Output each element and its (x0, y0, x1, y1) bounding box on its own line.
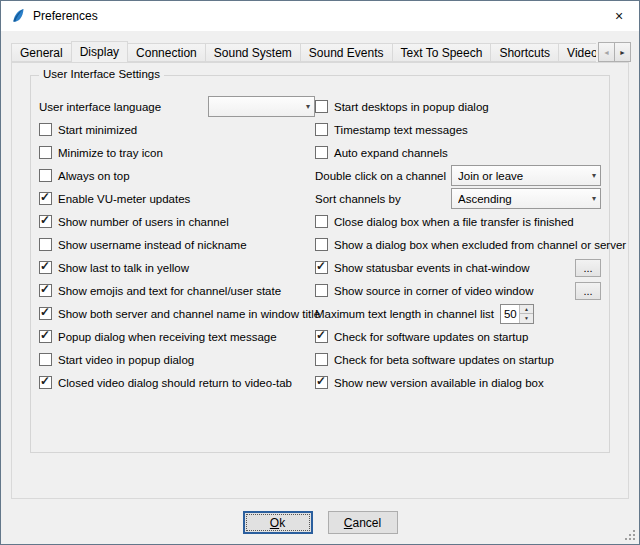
checkbox[interactable]: ✓ (39, 376, 52, 389)
window-title: Preferences (33, 9, 98, 23)
checkbox[interactable]: ✓ (315, 353, 328, 366)
checkbox[interactable]: ✓ (315, 238, 328, 251)
checkbox-label[interactable]: Show emojis and text for channel/user st… (58, 285, 281, 297)
sort-channels-row: Sort channels by Ascending ▾ (315, 187, 601, 210)
checkbox-label[interactable]: Close dialog box when a file transfer is… (334, 216, 574, 228)
checkbox[interactable]: ✓ (39, 215, 52, 228)
checkbox[interactable]: ✓ (315, 330, 328, 343)
checkbox[interactable]: ✓ (39, 284, 52, 297)
tab-label: Display (80, 45, 119, 59)
checkbox[interactable]: ✓ (315, 123, 328, 136)
max-text-length-spinbox[interactable]: 50 ▲ ▼ (500, 304, 534, 324)
tab-sound-events[interactable]: Sound Events (300, 43, 393, 62)
checkbox-label[interactable]: Check for software updates on startup (334, 331, 528, 343)
checkbox[interactable]: ✓ (39, 330, 52, 343)
checkbox-label[interactable]: Show both server and channel name in win… (58, 308, 320, 320)
select-value: Join or leave (458, 170, 588, 182)
checkbox-row: ✓ Auto expand channels (315, 141, 601, 164)
checkbox-row: ✓ Show both server and channel name in w… (39, 302, 315, 325)
checkbox-label[interactable]: Enable VU-meter updates (58, 193, 190, 205)
checkbox[interactable]: ✓ (315, 146, 328, 159)
checkbox-label[interactable]: Start minimized (58, 124, 137, 136)
checkbox-row: ✓ Minimize to tray icon (39, 141, 315, 164)
left-column: User interface language ▾ ✓ Start minimi… (39, 95, 315, 394)
spin-down-button[interactable]: ▼ (520, 313, 533, 323)
checkbox[interactable]: ✓ (39, 169, 52, 182)
tab-label: Sound System (214, 46, 292, 60)
tab-general[interactable]: General (11, 43, 72, 62)
display-tab-pane: User Interface Settings User interface l… (11, 62, 629, 499)
tab-sound-system[interactable]: Sound System (205, 43, 301, 62)
checkbox-row: ✓ Always on top (39, 164, 315, 187)
checkbox[interactable]: ✓ (39, 307, 52, 320)
video-source-browse-button[interactable]: ... (575, 282, 601, 300)
checkbox[interactable]: ✓ (315, 376, 328, 389)
tab-scroller: ◄ ► (596, 42, 631, 62)
group-title: User Interface Settings (39, 68, 164, 80)
checkbox-label[interactable]: Show a dialog box when excluded from cha… (334, 239, 626, 251)
checkbox[interactable]: ✓ (39, 123, 52, 136)
checkbox-label[interactable]: Minimize to tray icon (58, 147, 163, 159)
checkbox-label[interactable]: Start video in popup dialog (58, 354, 194, 366)
checkbox-label[interactable]: Show username instead of nickname (58, 239, 247, 251)
statusbar-events-row: ✓ Show statusbar events in chat-window .… (315, 256, 601, 279)
chevron-down-icon: ▾ (306, 102, 310, 111)
checkbox-row: ✓ Start minimized (39, 118, 315, 141)
cancel-button[interactable]: Cancel (328, 511, 398, 534)
checkbox-row: ✓ Closed video dialog should return to v… (39, 371, 315, 394)
checkbox-row: ✓ Show username instead of nickname (39, 233, 315, 256)
checkbox[interactable]: ✓ (39, 261, 52, 274)
checkbox[interactable]: ✓ (39, 146, 52, 159)
statusbar-events-browse-button[interactable]: ... (575, 259, 601, 277)
resize-grip[interactable] (624, 529, 637, 542)
tab-bar: General Display Connection Sound System … (11, 40, 631, 62)
tab-connection[interactable]: Connection (127, 43, 206, 62)
language-select[interactable]: ▾ (208, 96, 315, 117)
spin-up-button[interactable]: ▲ (520, 305, 533, 314)
checkbox-label[interactable]: Show last to talk in yellow (58, 262, 189, 274)
check-icon: ✓ (40, 282, 50, 297)
checkbox-label[interactable]: Show number of users in channel (58, 216, 229, 228)
ok-button[interactable]: Ok (243, 511, 313, 534)
checkbox-label[interactable]: Check for beta software updates on start… (334, 354, 554, 366)
checkbox-label[interactable]: Auto expand channels (334, 147, 448, 159)
double-click-row: Double click on a channel Join or leave … (315, 164, 601, 187)
check-icon: ✓ (316, 374, 326, 389)
chevron-down-icon: ▾ (592, 194, 596, 203)
checkbox[interactable]: ✓ (315, 261, 328, 274)
tab-shortcuts[interactable]: Shortcuts (490, 43, 559, 62)
close-button[interactable]: × (599, 1, 639, 31)
checkbox-label[interactable]: Show source in corner of video window (334, 285, 533, 297)
tab-scroll-right-button[interactable]: ► (614, 42, 631, 62)
cancel-button-label: Cancel (344, 516, 381, 530)
sort-channels-select[interactable]: Ascending ▾ (451, 188, 601, 209)
checkbox-row: ✓ Check for beta software updates on sta… (315, 348, 601, 371)
double-click-select[interactable]: Join or leave ▾ (451, 165, 601, 186)
spinbox-value[interactable]: 50 (501, 305, 519, 323)
field-label: Sort channels by (315, 193, 401, 205)
dialog-buttons: Ok Cancel (1, 511, 639, 534)
check-icon: ✓ (40, 328, 50, 343)
checkbox-label[interactable]: Show new version available in dialog box (334, 377, 544, 389)
checkbox[interactable]: ✓ (315, 284, 328, 297)
tab-scroll-left-button[interactable]: ◄ (598, 42, 615, 62)
checkbox-label[interactable]: Show statusbar events in chat-window (334, 262, 530, 274)
checkbox-label[interactable]: Always on top (58, 170, 130, 182)
check-icon: ✓ (40, 259, 50, 274)
checkbox-label[interactable]: Start desktops in popup dialog (334, 101, 489, 113)
checkbox-label[interactable]: Popup dialog when receiving text message (58, 331, 277, 343)
checkbox[interactable]: ✓ (315, 100, 328, 113)
chevron-down-icon: ▾ (592, 171, 596, 180)
checkbox-label[interactable]: Closed video dialog should return to vid… (58, 377, 292, 389)
checkbox[interactable]: ✓ (39, 238, 52, 251)
tab-display[interactable]: Display (71, 41, 128, 62)
tab-text-to-speech[interactable]: Text To Speech (392, 43, 492, 62)
checkbox[interactable]: ✓ (39, 353, 52, 366)
checkbox-label[interactable]: Timestamp text messages (334, 124, 468, 136)
tab-label: Shortcuts (499, 46, 550, 60)
field-label: Double click on a channel (315, 170, 446, 182)
checkbox-row: ✓ Check for software updates on startup (315, 325, 601, 348)
tab-label: Video (567, 46, 597, 60)
checkbox[interactable]: ✓ (39, 192, 52, 205)
checkbox[interactable]: ✓ (315, 215, 328, 228)
